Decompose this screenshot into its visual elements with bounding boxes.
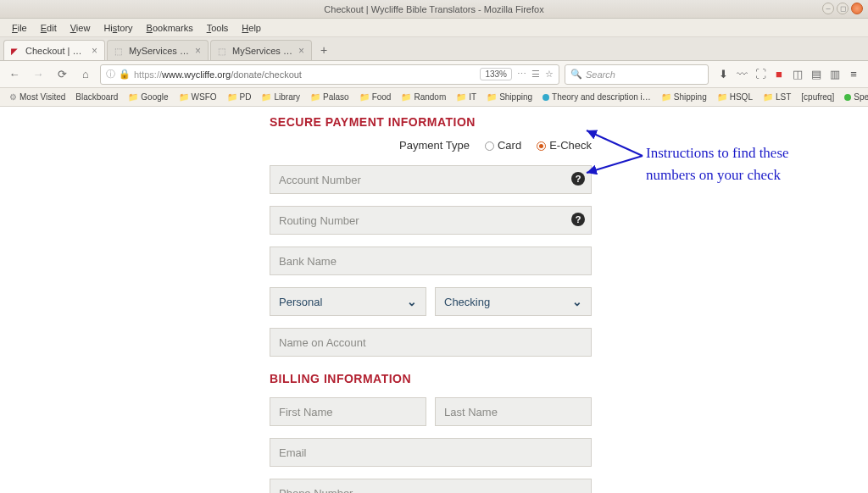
menu-tools[interactable]: Tools	[200, 20, 236, 36]
bookmark-star-icon[interactable]: ☆	[545, 69, 554, 80]
bookmark-item[interactable]: Theory and description i…	[538, 91, 655, 103]
bookmark-item[interactable]: WSFO	[175, 91, 221, 103]
bookmark-item[interactable]: HSQL	[713, 91, 757, 103]
menu-view[interactable]: View	[64, 20, 97, 36]
favicon-icon	[11, 46, 21, 56]
maximize-button[interactable]: ◻	[837, 3, 849, 14]
bookmark-item[interactable]: Food	[355, 91, 396, 103]
bookmarks-toolbar: Most VisitedBlackboardGoogleWSFOPDLibrar…	[0, 88, 868, 107]
home-button[interactable]: ⌂	[76, 65, 95, 84]
svg-line-1	[587, 156, 643, 173]
search-box[interactable]: 🔍 Search	[565, 64, 709, 85]
tab-title: MyServices - MyDonationHisto	[129, 46, 191, 56]
tab-close-icon[interactable]: ×	[195, 45, 201, 57]
checkout-form: SECURE PAYMENT INFORMATION Payment Type …	[270, 107, 592, 493]
account-number-field: ?	[270, 165, 592, 194]
first-name-input[interactable]	[270, 397, 426, 426]
new-tab-button[interactable]: +	[314, 43, 334, 60]
menu-edit[interactable]: Edit	[34, 20, 64, 36]
zoom-badge[interactable]: 133%	[480, 68, 512, 80]
close-window-button[interactable]	[851, 3, 863, 14]
account-kind-select[interactable]: Checking ⌄	[435, 287, 592, 316]
bookmark-label: Speedtest by Ookla - The …	[854, 92, 868, 102]
phone-field	[270, 479, 592, 493]
bank-name-input[interactable]	[270, 246, 592, 275]
svg-line-0	[587, 130, 643, 156]
tab-close-icon[interactable]: ×	[92, 45, 97, 57]
payment-type-card[interactable]: Card	[485, 139, 521, 152]
chevron-down-icon: ⌄	[572, 295, 582, 308]
page-content: SECURE PAYMENT INFORMATION Payment Type …	[0, 107, 868, 493]
bookmark-label: WSFO	[192, 92, 217, 102]
minimize-button[interactable]: –	[822, 3, 834, 14]
forward-button[interactable]: →	[29, 65, 47, 84]
name-on-account-field	[270, 328, 592, 357]
bookmark-item[interactable]: Google	[124, 91, 172, 103]
tab-0[interactable]: Checkout | Wycliffe Bible T ×	[3, 40, 105, 60]
toolbar-right	[714, 68, 863, 80]
annotation-line2: numbers on your check	[646, 164, 789, 186]
account-owner-select[interactable]: Personal ⌄	[270, 287, 426, 316]
url-path: /donate/checkout	[231, 69, 302, 80]
ext-icon-1[interactable]	[736, 68, 748, 80]
window-titlebar: Checkout | Wycliffe Bible Translators - …	[0, 0, 868, 19]
bookmark-item[interactable]: Blackboard	[71, 91, 122, 103]
bookmark-label: Palaso	[323, 92, 349, 102]
tab-close-icon[interactable]: ×	[298, 45, 304, 57]
bookmark-item[interactable]: [cpufreq]	[797, 91, 838, 103]
bookmark-item[interactable]: PD	[223, 91, 256, 103]
bookmark-item[interactable]: Most Visited	[5, 91, 70, 103]
sidebar-icon[interactable]	[829, 68, 841, 80]
reader-icon[interactable]: ☰	[531, 69, 540, 80]
routing-help-icon[interactable]: ?	[571, 213, 585, 226]
back-button[interactable]: ←	[5, 65, 24, 84]
page-actions-icon[interactable]: ⋯	[517, 69, 526, 80]
payment-type-label: Payment Type	[399, 139, 470, 152]
select-value: Personal	[279, 296, 322, 308]
select-value: Checking	[444, 296, 490, 308]
name-on-account-input[interactable]	[270, 328, 592, 357]
bookmark-item[interactable]: IT	[452, 91, 481, 103]
menu-help[interactable]: Help	[235, 20, 268, 36]
bookmark-label: Library	[274, 92, 300, 102]
email-field	[270, 438, 592, 467]
payment-type-row: Payment Type Card E-Check	[270, 139, 592, 152]
window-controls: – ◻	[822, 3, 863, 14]
radio-icon	[537, 141, 546, 151]
menu-history[interactable]: History	[97, 20, 139, 36]
identity-icon[interactable]: ⓘ	[106, 68, 115, 80]
bookmark-item[interactable]: Shipping	[657, 91, 711, 103]
window-title: Checkout | Wycliffe Bible Translators - …	[324, 4, 543, 14]
ext-icon-3[interactable]	[773, 68, 785, 80]
bookmark-label: Most Visited	[19, 92, 65, 102]
library-icon[interactable]	[810, 68, 822, 80]
url-host: www.wycliffe.org	[162, 69, 231, 80]
bookmark-label: IT	[469, 92, 476, 102]
bookmark-item[interactable]: Random	[397, 91, 450, 103]
url-bar[interactable]: ⓘ 🔒 https://www.wycliffe.org/donate/chec…	[100, 64, 559, 85]
tabstrip: Checkout | Wycliffe Bible T × MyServices…	[0, 37, 868, 61]
menu-file[interactable]: File	[5, 20, 34, 36]
menu-bookmarks[interactable]: Bookmarks	[140, 20, 200, 36]
radio-icon	[485, 141, 494, 151]
tab-1[interactable]: MyServices - MyDonationHisto ×	[107, 40, 209, 60]
account-number-input[interactable]	[270, 165, 592, 194]
bookmark-item[interactable]: Shipping	[482, 91, 537, 103]
last-name-input[interactable]	[435, 397, 592, 426]
downloads-icon[interactable]	[717, 68, 729, 80]
tab-2[interactable]: MyServices - ViewDonorHisto ×	[210, 40, 312, 60]
menubar: File Edit View History Bookmarks Tools H…	[0, 19, 868, 37]
hamburger-menu-icon[interactable]	[848, 68, 860, 80]
annotation-text: Instructions to find these numbers on yo…	[646, 142, 789, 186]
reload-button[interactable]: ⟳	[53, 65, 71, 84]
bookmark-item[interactable]: Library	[257, 91, 304, 103]
bookmark-label: [cpufreq]	[801, 92, 834, 102]
bookmark-item[interactable]: Palaso	[306, 91, 353, 103]
email-input[interactable]	[270, 438, 592, 467]
phone-input[interactable]	[270, 479, 592, 493]
bookmark-item[interactable]: Speedtest by Ookla - The …	[840, 91, 868, 103]
routing-number-input[interactable]	[270, 206, 592, 235]
ext-icon-2[interactable]	[754, 68, 766, 80]
bookmark-item[interactable]: LST	[759, 91, 795, 103]
ext-icon-4[interactable]	[792, 68, 804, 80]
